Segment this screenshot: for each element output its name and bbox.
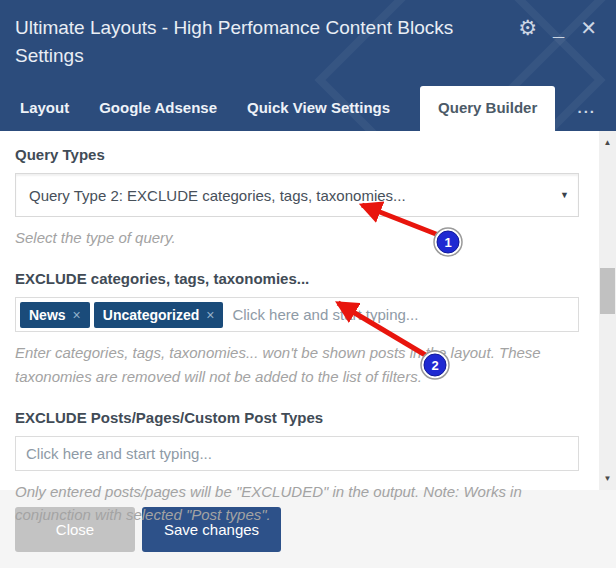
exclude-posts-label: EXCLUDE Posts/Pages/Custom Post Types xyxy=(15,409,579,426)
tag-uncategorized: Uncategorized × xyxy=(94,302,224,328)
exclude-posts-input[interactable] xyxy=(15,436,579,471)
modal-body: Query Types Query Type 2: EXCLUDE catego… xyxy=(0,131,616,490)
query-type-selected-value: Query Type 2: EXCLUDE categories, tags, … xyxy=(29,187,406,204)
scrollbar[interactable]: ▲ ▼ xyxy=(599,131,616,490)
tag-news: News × xyxy=(20,302,90,328)
tab-bar: Layout Google Adsense Quick View Setting… xyxy=(0,86,616,131)
exclude-taxonomies-input[interactable]: News × Uncategorized × Click here and st… xyxy=(15,297,579,332)
scroll-up-icon[interactable]: ▲ xyxy=(599,134,616,151)
titlebar: Ultimate Layouts - High Perfomance Conte… xyxy=(0,0,616,69)
tag-uncategorized-remove-icon[interactable]: × xyxy=(206,307,214,323)
exclude-taxonomies-placeholder: Click here and start typing... xyxy=(227,306,418,323)
tab-quick-view-settings[interactable]: Quick View Settings xyxy=(247,86,390,131)
tag-uncategorized-label: Uncategorized xyxy=(103,307,199,323)
scroll-down-icon[interactable]: ▼ xyxy=(599,470,616,487)
exclude-taxonomies-section: EXCLUDE categories, tags, taxonomies... … xyxy=(15,270,579,388)
exclude-taxonomies-help: Enter categories, tags, taxonomies... wo… xyxy=(15,341,579,388)
query-types-label: Query Types xyxy=(15,146,579,163)
tab-layout[interactable]: Layout xyxy=(20,86,69,131)
select-caret-icon: ▼ xyxy=(560,190,569,200)
tab-overflow-button[interactable]: ... xyxy=(577,99,596,131)
exclude-posts-section: EXCLUDE Posts/Pages/Custom Post Types On… xyxy=(15,409,579,527)
modal-header: Ultimate Layouts - High Perfomance Conte… xyxy=(0,0,616,131)
tag-news-remove-icon[interactable]: × xyxy=(73,307,81,323)
gear-icon[interactable]: ⚙ xyxy=(518,18,537,38)
tab-google-adsense[interactable]: Google Adsense xyxy=(99,86,217,131)
tag-news-label: News xyxy=(29,307,66,323)
tab-query-builder[interactable]: Query Builder xyxy=(420,86,555,131)
settings-modal: Ultimate Layouts - High Perfomance Conte… xyxy=(0,0,616,568)
minimize-icon[interactable]: _ xyxy=(553,18,564,38)
query-type-select[interactable]: Query Type 2: EXCLUDE categories, tags, … xyxy=(15,173,579,217)
query-types-help: Select the type of query. xyxy=(15,226,579,249)
window-controls: ⚙ _ ✕ xyxy=(518,14,601,69)
scrollbar-thumb[interactable] xyxy=(600,268,615,314)
query-types-section: Query Types Query Type 2: EXCLUDE catego… xyxy=(15,146,579,249)
close-icon[interactable]: ✕ xyxy=(580,18,597,38)
exclude-taxonomies-label: EXCLUDE categories, tags, taxonomies... xyxy=(15,270,579,287)
modal-title: Ultimate Layouts - High Perfomance Conte… xyxy=(15,14,495,69)
exclude-posts-help: Only entered posts/pages will be "EXCLUD… xyxy=(15,480,579,527)
